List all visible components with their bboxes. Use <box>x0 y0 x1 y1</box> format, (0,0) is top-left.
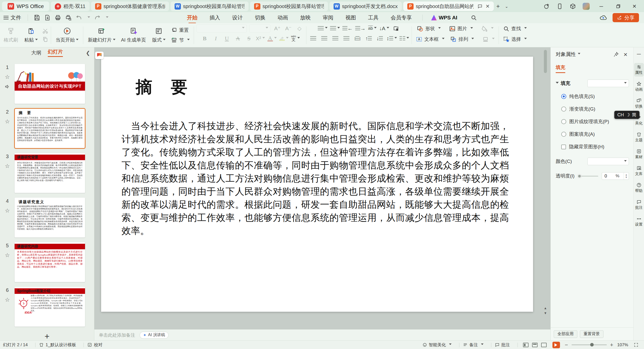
distribute-button[interactable]: || <box>353 34 362 43</box>
zoom-level[interactable]: 107% <box>617 342 628 347</box>
export-icon[interactable] <box>44 14 51 21</box>
print-preview-icon[interactable] <box>65 14 72 21</box>
rail-item-animation[interactable]: 动画 <box>634 80 644 93</box>
font-color-button[interactable]: A <box>267 34 277 43</box>
option-pattern-fill[interactable]: 图案填充(A) <box>561 131 629 137</box>
redo-icon[interactable] <box>94 14 101 21</box>
share-button[interactable]: 分享 <box>613 13 639 22</box>
document-tab[interactable]: P springboot体脂健康管理系统的设计 <box>91 2 169 11</box>
avatar[interactable] <box>583 3 590 10</box>
scrollbar-thumb[interactable] <box>544 50 547 73</box>
smart-typeset-icon[interactable] <box>392 24 400 32</box>
slide-sorter-view-icon[interactable] <box>532 343 538 347</box>
next-slide-icon[interactable]: ▼ <box>543 311 547 315</box>
decrease-font-button[interactable]: A⁻ <box>284 24 293 32</box>
notes-toggle-button[interactable]: 备注 <box>463 342 484 348</box>
slideshow-play-button[interactable] <box>552 342 560 348</box>
shape-outline-button[interactable] <box>481 35 496 44</box>
tab-close-icon[interactable]: ✕ <box>486 3 490 9</box>
smart-beautify-button[interactable]: 智能美化 <box>422 342 452 348</box>
menu-tab-member[interactable]: 会员专享 <box>390 13 412 23</box>
comments-toggle-button[interactable]: 批注 <box>495 342 510 348</box>
tab-comment-icon[interactable] <box>477 4 482 9</box>
rail-item-settings[interactable]: 设置 <box>634 215 644 228</box>
cut-icon[interactable] <box>42 28 48 34</box>
search-icon[interactable] <box>470 14 477 21</box>
star-icon[interactable]: ☆ <box>5 297 10 303</box>
menu-tab-home[interactable]: 开始 <box>186 13 198 23</box>
option-solid-fill[interactable]: 纯色填充(S) <box>561 93 629 100</box>
fill-tab[interactable]: 填充 <box>556 64 565 73</box>
document-tab[interactable]: W springboot校园菜鸟驿站管理系统.d <box>171 2 249 11</box>
star-icon[interactable]: ☆ <box>5 252 10 259</box>
picture-button[interactable]: 图片 <box>448 24 477 33</box>
slide-thumbnail-2-selected[interactable]: 摘 要 当今社会进入了科技进步、经济社会快速发展的新时代。国际信息和学术交流也不… <box>15 109 85 148</box>
section-button[interactable]: 节 <box>170 36 191 44</box>
save-icon[interactable] <box>33 14 40 21</box>
transparency-slider[interactable] <box>578 176 598 177</box>
slide-thumbnail-3[interactable]: 课题研究背景 来到21世纪的今天，伴随着信息技术的飞速发展，已经深入并且影响着我… <box>15 153 85 193</box>
tab-list-arrow-icon[interactable]: ⌄ <box>502 2 511 11</box>
new-slide-button[interactable]: 新建幻灯片 <box>86 26 117 44</box>
wps-ai-floating-icon[interactable] <box>95 52 104 59</box>
collapse-sidebar-icon[interactable]: ─ <box>637 51 641 57</box>
italic-button[interactable]: I <box>212 34 220 43</box>
panel-title-caret-icon[interactable] <box>578 53 580 56</box>
maximize-button[interactable] <box>613 4 623 9</box>
menu-tab-review[interactable]: 审阅 <box>322 13 334 23</box>
menu-tab-insert[interactable]: 插入 <box>209 13 221 23</box>
shape-fill-button[interactable] <box>480 24 495 33</box>
speaker-icon[interactable] <box>5 84 10 89</box>
textbox-button[interactable]: A 文本框 <box>414 35 446 44</box>
clear-format-icon[interactable]: ◇ <box>295 24 304 32</box>
increase-indent-button[interactable]: → <box>355 24 366 32</box>
transparency-spinner[interactable]: ▲▼ <box>624 172 629 180</box>
zoom-in-button[interactable]: + <box>609 342 614 348</box>
menu-tab-view[interactable]: 视图 <box>345 13 356 23</box>
columns-button[interactable] <box>399 34 409 43</box>
menu-tab-transition[interactable]: 切换 <box>254 13 266 23</box>
slide-body-text[interactable]: 当今社会进入了科技进步、经济社会快速发展的新时代。国际信息和学术交流也不断加强，… <box>122 120 509 237</box>
ai-generate-page-button[interactable]: P AI 生成单页 <box>119 26 148 44</box>
assistant-icon[interactable] <box>543 3 550 10</box>
pinyin-button[interactable]: wén文 <box>291 34 300 43</box>
color-dropdown[interactable] <box>587 158 629 165</box>
cloud-upload-icon[interactable] <box>599 14 607 21</box>
rail-item-assets[interactable]: 素材 <box>634 147 644 161</box>
fill-type-dropdown[interactable] <box>587 80 629 87</box>
play-current-button[interactable]: 当页开始 <box>54 26 80 44</box>
find-button[interactable]: 查找 <box>501 24 531 33</box>
zoom-knob[interactable] <box>590 343 594 346</box>
section-collapse-icon[interactable] <box>556 82 559 85</box>
line-spacing-button[interactable]: ↕ <box>386 34 397 43</box>
zoom-slider[interactable] <box>572 344 607 345</box>
rail-item-help[interactable]: 帮助 <box>634 181 644 195</box>
line-spacing-down-button[interactable]: ↓ <box>375 34 384 43</box>
decrease-indent-button[interactable]: ← <box>342 24 353 32</box>
rail-item-properties[interactable]: 属性 <box>634 63 644 77</box>
star-icon[interactable]: ☆ <box>5 163 10 169</box>
strikethrough-button[interactable]: S <box>245 34 253 43</box>
slide-thumbnail-6[interactable]: SpringBoot框架介绍 IDEA! 随着Java技术发展，为了简化开发而诞… <box>15 287 85 327</box>
arrange-button[interactable]: 排列 <box>449 35 478 44</box>
format-painter-button[interactable]: 格式刷 <box>2 26 20 44</box>
reset-button[interactable]: 重置 <box>170 26 191 34</box>
rail-item-theme[interactable]: 主题 <box>634 130 644 144</box>
slider-knob[interactable] <box>578 174 581 178</box>
zoom-out-button[interactable]: − <box>564 342 569 348</box>
minimize-button[interactable]: ─ <box>596 3 606 10</box>
char-border-button[interactable]: A <box>234 34 242 43</box>
line-spacing-up-button[interactable]: ↑ <box>364 34 373 43</box>
menu-file[interactable]: 文件 <box>11 14 21 21</box>
hamburger-icon[interactable] <box>4 16 9 19</box>
document-tab[interactable]: W springboot开发文档.docx <box>330 2 402 11</box>
slide-title[interactable]: 摘 要 <box>136 76 188 98</box>
template-button[interactable]: 1_默认设计模板 <box>39 342 76 348</box>
highlight-button[interactable] <box>279 34 289 43</box>
tab-docer[interactable]: ❉ 稻壳·双11 <box>51 2 89 11</box>
select-button[interactable]: 选择 <box>501 35 531 44</box>
new-tab-button[interactable]: + <box>494 2 502 11</box>
number-list-button[interactable] <box>330 24 340 32</box>
bullet-list-button[interactable] <box>318 24 328 32</box>
pin-icon[interactable] <box>613 52 619 57</box>
